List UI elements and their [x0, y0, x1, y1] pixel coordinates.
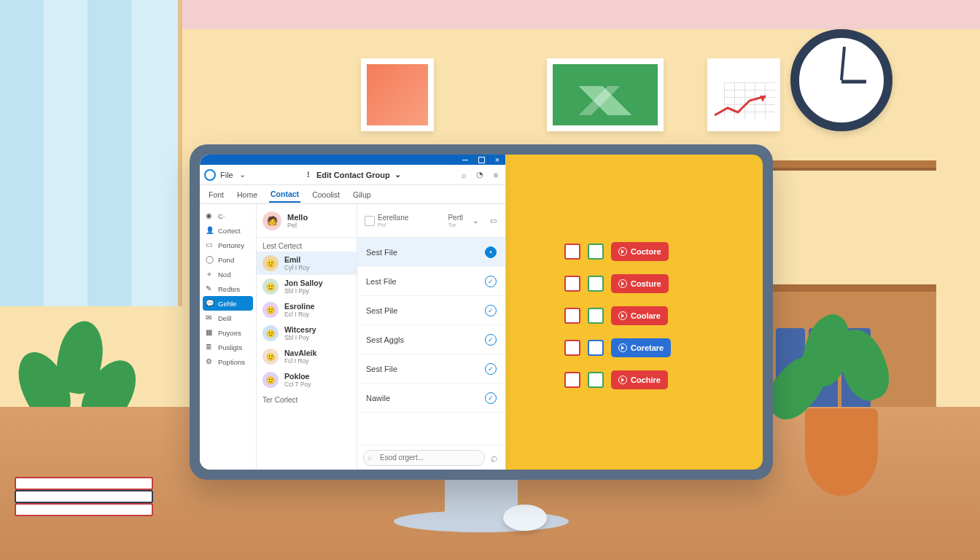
action-button[interactable]: Coretare [611, 338, 671, 357]
app-body: ◉C·👤Cortect▭Pertorey◯Pond＋Nod✎Redtes💬Geh… [200, 204, 505, 470]
check-icon[interactable]: ✓ [485, 276, 497, 287]
check-icon[interactable]: ✓ [485, 305, 497, 316]
checkbox[interactable] [564, 372, 580, 388]
wall-art-chart [547, 58, 664, 131]
sidebar-item-pond[interactable]: ◯Pond [203, 252, 253, 267]
checkbox[interactable] [588, 372, 604, 388]
sidebar-item-pusligts[interactable]: ≣Pusligts [203, 340, 253, 354]
play-icon [618, 311, 627, 320]
room-window [0, 0, 182, 306]
wall-clock [790, 29, 892, 131]
check-icon[interactable]: ✓ [485, 334, 497, 346]
avatar: 🙂 [262, 325, 279, 341]
window-title: Edit Contact Group [316, 171, 390, 179]
file-row[interactable]: Lest File✓ [357, 267, 505, 296]
sidebar-item-puyoes[interactable]: ▦Puyoes [203, 325, 253, 340]
sidebar-item-pertorey[interactable]: ▭Pertorey [203, 238, 253, 252]
minimize-button[interactable] [460, 156, 470, 163]
circle-icon: ◯ [206, 255, 214, 264]
book-stack [15, 480, 160, 516]
note-icon[interactable]: ▭ [488, 216, 498, 226]
sidebar-item-label: Delil [218, 314, 231, 322]
check-icon[interactable]: • [485, 246, 497, 258]
checkbox[interactable] [564, 276, 580, 292]
sidebar-item-label: Cortect [218, 227, 241, 235]
chevron-down-icon[interactable]: ⌄ [238, 170, 248, 180]
check-icon[interactable]: ✓ [485, 363, 497, 375]
action-label: Coctore [631, 247, 661, 256]
file-menu[interactable]: File [220, 171, 233, 179]
action-button[interactable]: Costure [611, 274, 669, 293]
gear-icon: ⚙ [206, 357, 214, 366]
menu-icon[interactable]: ≡ [491, 170, 501, 180]
sidebar-item-nod[interactable]: ＋Nod [203, 267, 253, 281]
sidebar-item-label: Pertorey [218, 241, 244, 249]
ribbon-tab-contact[interactable]: Contact [269, 187, 300, 203]
sidebar-item-redtes[interactable]: ✎Redtes [203, 281, 253, 296]
plus-icon: ＋ [206, 270, 214, 279]
action-button[interactable]: Cochire [611, 370, 668, 389]
bell-icon[interactable]: ◔ [475, 170, 485, 180]
contact-row[interactable]: 🙂Jon SalloySbl I Ppy [257, 275, 357, 298]
wall-calendar [707, 58, 780, 131]
contact-row[interactable]: 🙂PokloeCcl T Poy [257, 368, 357, 392]
panel-row: Coolare [564, 306, 671, 325]
title-chevron-icon[interactable]: ⌄ [393, 170, 403, 180]
checkbox[interactable] [564, 340, 580, 356]
file-row[interactable]: Nawile✓ [357, 384, 505, 413]
contact-sub: Ecl I Roy [284, 311, 314, 318]
close-button[interactable]: × [492, 156, 502, 163]
checkbox[interactable] [588, 308, 604, 324]
panel-row: Coctore [564, 242, 671, 261]
contact-row[interactable]: 🙂EsrolineEcl I Roy [257, 298, 357, 322]
file-label: Sest File [366, 248, 397, 257]
sidebar-item-c·[interactable]: ◉C· [203, 209, 253, 223]
file-label: Sest Pile [366, 306, 397, 315]
list-icon: ≣ [206, 343, 214, 351]
search-submit-icon[interactable]: ⌕ [489, 453, 499, 463]
contact-row[interactable]: 🙂WitcesrySbl I Poy [257, 322, 357, 345]
check-icon[interactable]: ✓ [485, 392, 497, 404]
file-row[interactable]: Sest File• [357, 238, 505, 267]
avatar: 🙂 [262, 255, 279, 271]
checkbox[interactable] [588, 340, 604, 356]
checkbox[interactable] [588, 244, 604, 260]
file-row[interactable]: Sest Pile✓ [357, 296, 505, 325]
app-logo-icon [204, 169, 216, 181]
action-button[interactable]: Coctore [611, 242, 669, 261]
action-button[interactable]: Coolare [611, 306, 668, 325]
ribbon-tab-font[interactable]: Font [207, 187, 225, 202]
action-label: Cochire [631, 376, 661, 384]
action-label: Costure [631, 279, 661, 288]
sidebar-item-label: C· [218, 212, 225, 220]
play-icon [618, 343, 627, 352]
search-input[interactable] [363, 450, 485, 466]
file-row[interactable]: Sest File✓ [357, 354, 505, 384]
sidebar-item-cortect[interactable]: 👤Cortect [203, 223, 253, 238]
sidebar-item-gehle[interactable]: 💬Gehle [203, 296, 253, 311]
ribbon-tab-home[interactable]: Home [236, 187, 259, 202]
checkbox[interactable] [588, 276, 604, 292]
person-icon: 👤 [206, 226, 214, 235]
sidebar-item-poptions[interactable]: ⚙Poptions [203, 354, 253, 369]
plant-right [761, 306, 907, 496]
panel-row: Costure [564, 274, 671, 293]
contact-row[interactable]: 🙂NavAleikFcl I Roy [257, 345, 357, 368]
checkbox[interactable] [564, 244, 580, 260]
contact-row[interactable]: 🙂EmilCyl I Roy [257, 252, 357, 275]
file-row[interactable]: Sest Aggls✓ [357, 325, 505, 354]
ribbon-tab-gilup[interactable]: Gilup [351, 187, 373, 202]
checkbox[interactable] [564, 308, 580, 324]
detail-pane: EerellanePcl PertlTor ⌄ ▭ Sest File•Lest… [357, 204, 505, 470]
ribbon-tab-cooolist[interactable]: Cooolist [311, 187, 341, 202]
contact-sub: Ccl T Poy [284, 381, 311, 388]
contact-sub: Cyl I Roy [284, 264, 309, 271]
detail-header: EerellanePcl PertlTor ⌄ ▭ [357, 204, 505, 238]
page-icon: ▭ [206, 241, 214, 249]
dropdown-icon[interactable]: ⌄ [470, 216, 481, 226]
play-icon [618, 247, 627, 256]
file-label: Nawile [366, 394, 390, 402]
search-icon[interactable]: ⌕ [459, 170, 469, 180]
maximize-button[interactable] [476, 156, 486, 163]
sidebar-item-delil[interactable]: ✉Delil [203, 311, 253, 325]
